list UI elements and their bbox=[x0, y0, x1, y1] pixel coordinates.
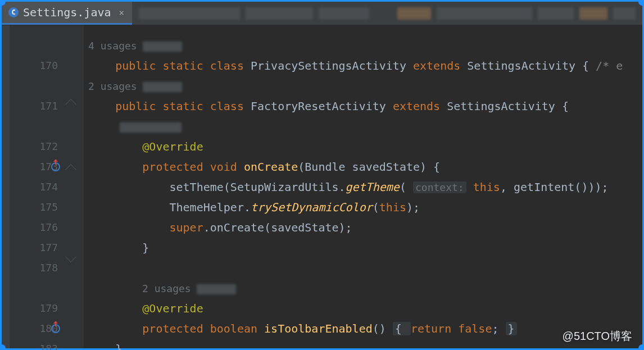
code-line: protected boolean isToolbarEnabled() { r… bbox=[84, 319, 642, 339]
fold-toggle-icon[interactable] bbox=[65, 251, 76, 262]
line-number: 173 bbox=[10, 157, 64, 177]
ide-frame: C Settings.java × 170 171 172 173 174 17… bbox=[0, 0, 644, 350]
line-number: 183 bbox=[10, 339, 64, 350]
line-number: 178 bbox=[10, 258, 64, 278]
editor-tab-active[interactable]: C Settings.java × bbox=[2, 2, 132, 25]
line-number: 179 bbox=[10, 298, 64, 319]
code-line: super.onCreate(savedState); bbox=[84, 217, 642, 238]
line-number: 180 bbox=[10, 319, 64, 339]
line-number bbox=[10, 35, 64, 56]
code-line: } bbox=[84, 339, 642, 350]
close-icon[interactable]: × bbox=[119, 7, 125, 18]
line-number: 175 bbox=[10, 197, 64, 217]
line-number: 172 bbox=[10, 137, 64, 157]
blurred-author bbox=[120, 122, 182, 133]
code-line: @Override bbox=[84, 137, 642, 157]
code-line: } bbox=[84, 238, 642, 258]
java-class-icon: C bbox=[8, 7, 19, 17]
line-number: 174 bbox=[10, 177, 64, 197]
tab-filename: Settings.java bbox=[23, 6, 111, 19]
editor-tabbar: C Settings.java × bbox=[2, 2, 642, 25]
fold-gutter[interactable] bbox=[64, 25, 84, 348]
blurred-author bbox=[197, 284, 236, 294]
code-line: protected void onCreate(Bundle savedStat… bbox=[84, 157, 642, 177]
code-content[interactable]: 4 usages public static class PrivacySett… bbox=[84, 25, 642, 348]
blurred-author bbox=[143, 82, 182, 92]
usages-hint[interactable]: 2 usages bbox=[142, 283, 191, 294]
fold-toggle-icon[interactable] bbox=[65, 99, 76, 110]
folded-region[interactable]: } bbox=[506, 322, 517, 335]
other-tabs-blurred bbox=[132, 2, 642, 25]
line-number: 176 bbox=[10, 217, 64, 238]
left-stripe bbox=[2, 25, 10, 348]
line-number: 170 bbox=[10, 56, 64, 76]
code-line: ThemeHelper.trySetDynamicColor(this); bbox=[84, 197, 642, 217]
code-line bbox=[84, 258, 642, 278]
usages-hint[interactable]: 4 usages bbox=[88, 40, 137, 52]
code-line: public static class FactoryResetActivity… bbox=[84, 96, 642, 116]
override-marker-icon[interactable] bbox=[51, 162, 60, 171]
code-line: public static class PrivacySettingsActiv… bbox=[84, 56, 642, 76]
override-marker-icon[interactable] bbox=[51, 324, 60, 333]
folded-region[interactable]: { bbox=[393, 322, 411, 335]
blurred-author bbox=[143, 42, 182, 52]
line-number-gutter[interactable]: 170 171 172 173 174 175 176 177 178 179 … bbox=[10, 25, 64, 348]
inline-hint: context: bbox=[413, 181, 466, 193]
editor-area[interactable]: 170 171 172 173 174 175 176 177 178 179 … bbox=[2, 25, 642, 348]
line-number bbox=[10, 76, 64, 96]
selection-handle[interactable] bbox=[638, 344, 644, 350]
usages-hint[interactable]: 2 usages bbox=[88, 80, 137, 92]
line-number bbox=[10, 116, 64, 137]
line-number: 171 bbox=[10, 96, 64, 116]
fold-toggle-icon[interactable] bbox=[65, 164, 76, 175]
code-line: setTheme(SetupWizardUtils.getTheme( cont… bbox=[84, 177, 642, 197]
line-number: 177 bbox=[10, 238, 64, 258]
code-line bbox=[84, 116, 642, 137]
watermark-text: @51CTO博客 bbox=[563, 329, 632, 344]
code-line: @Override bbox=[84, 298, 642, 319]
line-number bbox=[10, 278, 64, 298]
